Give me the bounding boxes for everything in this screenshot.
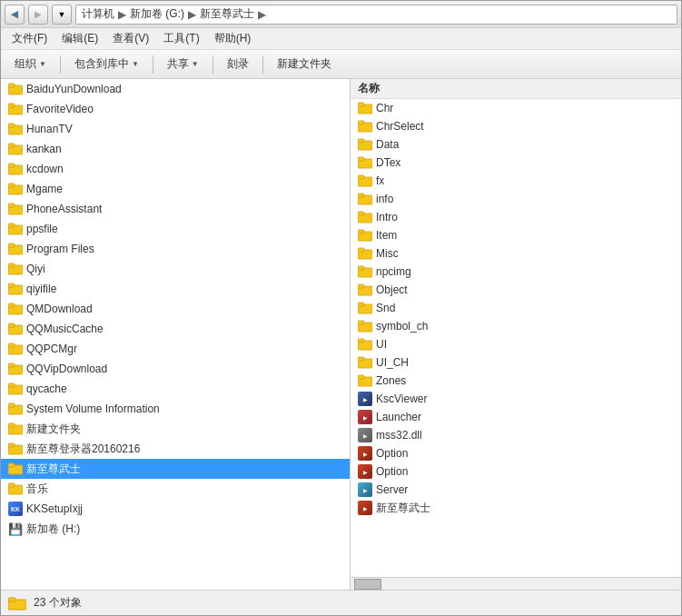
svg-rect-37 (8, 443, 15, 447)
folder-icon (8, 243, 23, 255)
toolbar-library[interactable]: 包含到库中 ▼ (66, 53, 147, 75)
list-item-label: Snd (376, 302, 395, 314)
svg-rect-69 (358, 339, 364, 343)
list-item-label: ppsfile (26, 223, 58, 235)
list-item-label: Launcher (376, 411, 421, 423)
toolbar-organize[interactable]: 组织 ▼ (6, 53, 54, 75)
list-item-label: Object (376, 283, 408, 296)
toolbar-burn[interactable]: 刻录 (219, 53, 257, 75)
list-item[interactable]: Snd (351, 299, 681, 317)
list-item[interactable]: npcimg (351, 263, 681, 281)
left-panel[interactable]: BaiduYunDownload FavoriteVideo HunanTV k… (1, 79, 351, 590)
folder-icon (358, 193, 372, 205)
list-item[interactable]: Misc (351, 244, 681, 263)
list-item[interactable]: ▶新至尊武士 (351, 499, 681, 517)
menu-edit[interactable]: 编辑(E) (54, 29, 105, 48)
list-item-label: Option (376, 465, 408, 478)
toolbar: 组织 ▼ 包含到库中 ▼ 共享 ▼ 刻录 新建文件夹 (1, 50, 681, 79)
list-item[interactable]: qycache (1, 379, 350, 399)
back-button[interactable]: ◀ (5, 5, 25, 25)
status-count: 23 个对象 (34, 595, 82, 611)
dropdown-button[interactable]: ▼ (52, 5, 72, 25)
list-item-label: QQPCMgr (26, 343, 77, 355)
folder-icon (8, 283, 23, 295)
svg-rect-67 (358, 321, 364, 324)
svg-rect-31 (8, 383, 15, 387)
svg-rect-35 (8, 423, 15, 427)
list-item-label: QQVipDownload (26, 363, 107, 375)
list-item[interactable]: 新至尊登录器20160216 (1, 439, 350, 459)
folder-icon (8, 343, 23, 355)
list-item[interactable]: fx (351, 172, 681, 190)
list-item[interactable]: kankan (1, 139, 350, 159)
right-list[interactable]: Chr ChrSelect Data DTex fx info Intro (351, 99, 681, 577)
list-item[interactable]: qiyifile (1, 279, 350, 299)
menu-view[interactable]: 查看(V) (105, 29, 156, 48)
list-item[interactable]: ▶mss32.dll (351, 426, 681, 444)
list-item[interactable]: Mgame (1, 179, 350, 199)
menu-tools[interactable]: 工具(T) (156, 29, 206, 48)
list-item[interactable]: ▶Server (351, 481, 681, 499)
list-item[interactable]: ▶KscViewer (351, 390, 681, 408)
toolbar-newfolder[interactable]: 新建文件夹 (269, 53, 340, 75)
folder-icon (8, 183, 23, 195)
list-item[interactable]: BaiduYunDownload (1, 79, 350, 99)
list-item-label: 新至尊武士 (26, 462, 81, 477)
list-item[interactable]: Chr (351, 99, 681, 117)
list-item[interactable]: FavoriteVideo (1, 99, 350, 119)
list-item[interactable]: Item (351, 226, 681, 244)
list-item[interactable]: Program Files (1, 239, 350, 259)
list-item[interactable]: Data (351, 135, 681, 154)
menu-file[interactable]: 文件(F) (5, 29, 54, 48)
list-item[interactable]: info (351, 190, 681, 208)
list-item[interactable]: UI (351, 335, 681, 353)
horizontal-scrollbar[interactable] (351, 577, 681, 590)
list-item[interactable]: Qiyi (1, 259, 350, 279)
toolbar-share[interactable]: 共享 ▼ (159, 53, 207, 75)
list-item[interactable]: ChrSelect (351, 117, 681, 135)
list-item[interactable]: QQVipDownload (1, 359, 350, 379)
menu-help[interactable]: 帮助(H) (207, 29, 259, 48)
list-item[interactable]: ▶Launcher (351, 408, 681, 426)
list-item[interactable]: System Volume Information (1, 399, 350, 419)
toolbar-sep-1 (60, 55, 61, 74)
list-item[interactable]: DTex (351, 154, 681, 172)
list-item[interactable]: Intro (351, 208, 681, 226)
folder-icon (358, 247, 372, 260)
list-item-label: KscViewer (376, 392, 427, 405)
list-item[interactable]: QQPCMgr (1, 339, 350, 359)
list-item-label: HunanTV (26, 123, 73, 135)
svg-rect-33 (8, 403, 15, 407)
list-item[interactable]: 新至尊武士 (1, 459, 350, 479)
list-item[interactable]: QMDownload (1, 299, 350, 319)
svg-rect-53 (358, 194, 364, 197)
list-item[interactable]: ▶Option (351, 444, 681, 462)
list-item[interactable]: symbol_ch (351, 317, 681, 335)
svg-rect-51 (358, 175, 364, 179)
list-item[interactable]: 新建文件夹 (1, 419, 350, 439)
list-item[interactable]: UI_CH (351, 353, 681, 372)
list-item[interactable]: 💾新加卷 (H:) (1, 519, 350, 539)
folder-icon (8, 143, 23, 155)
list-item[interactable]: Object (351, 281, 681, 299)
list-item[interactable]: ▶Option (351, 462, 681, 481)
list-item[interactable]: PhoneAssistant (1, 199, 350, 219)
forward-button[interactable]: ▶ (28, 5, 48, 25)
svg-rect-63 (358, 284, 364, 288)
exe-icon: ▶ (358, 482, 372, 497)
library-arrow: ▼ (132, 60, 139, 68)
list-item[interactable]: Zones (351, 372, 681, 390)
breadcrumb[interactable]: 计算机 ▶ 新加卷 (G:) ▶ 新至尊武士 ▶ (75, 5, 677, 25)
list-item[interactable]: KKKKSetupIxjj (1, 499, 350, 519)
svg-rect-15 (8, 224, 15, 227)
list-item[interactable]: ppsfile (1, 219, 350, 239)
list-item-label: UI (376, 338, 387, 351)
folder-icon (8, 323, 23, 335)
list-item[interactable]: QQMusicCache (1, 319, 350, 339)
exe-icon: ▶ (358, 446, 372, 461)
breadcrumb-sep-2: ▶ (188, 8, 196, 21)
list-item[interactable]: 音乐 (1, 479, 350, 499)
list-item[interactable]: HunanTV (1, 119, 350, 139)
list-item[interactable]: kcdown (1, 159, 350, 179)
svg-rect-61 (358, 266, 364, 270)
